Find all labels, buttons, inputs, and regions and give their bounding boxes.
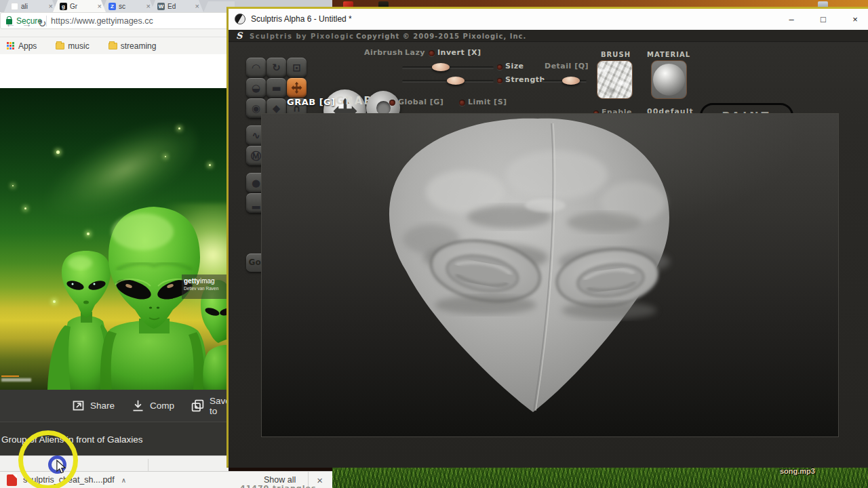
show-all-button[interactable]: Show all <box>252 475 308 485</box>
tool-flatten-button[interactable]: ▬ <box>267 78 286 98</box>
bookmark-streaming[interactable]: streaming <box>121 41 157 51</box>
screen: ↗ ↗ song.mp3 Gali×gGr×Zsc×WEd× ← → ↻ Sec… <box>0 0 868 488</box>
airbrush-label[interactable]: Airbrush <box>364 48 403 57</box>
getty-action-bar: Share Comp Save to <box>0 390 229 422</box>
share-label[interactable]: Share <box>90 401 115 411</box>
minimize-button[interactable]: – <box>781 12 802 27</box>
tab-Gr[interactable]: gGr× <box>53 0 106 12</box>
apps-label[interactable]: Apps <box>18 41 37 51</box>
strength-label: Strength <box>505 75 545 84</box>
sculpted-alien-head <box>262 114 840 438</box>
global-radio[interactable] <box>389 100 395 106</box>
sculptris-main-area: ◠↻⊡◒▬◉◆∩∿×⊞ⓂW↔●▲ OBJ▼ OBJ▂▤▥ GoZ GRAB [G… <box>229 42 868 468</box>
new-sphere-icon: ● <box>252 180 260 186</box>
size-label: Size <box>505 62 524 70</box>
close-button[interactable]: × <box>845 12 865 27</box>
invert-radio[interactable] <box>429 50 435 56</box>
folder-icon <box>108 43 117 49</box>
size-dot[interactable] <box>497 64 502 70</box>
material-sphere <box>653 64 685 96</box>
image-credit-marks <box>1 375 42 382</box>
strength-slider-thumb[interactable] <box>447 77 465 85</box>
flatten-icon: ▬ <box>271 85 281 91</box>
folder-icon <box>56 43 64 49</box>
tab-ali[interactable]: Gali× <box>4 0 57 12</box>
tab-close-icon[interactable]: × <box>98 2 102 10</box>
lazy-label[interactable]: Lazy <box>405 48 425 57</box>
sculptris-title-bar[interactable]: Sculptris Alpha 6 - Untitled * – □ × <box>229 9 868 30</box>
sculptris-brand: Sculptris by Pixologic <box>250 33 354 40</box>
global-label[interactable]: Global [G] <box>398 98 443 106</box>
invert-label[interactable]: Invert [X] <box>437 48 481 57</box>
strength-slider[interactable] <box>402 80 494 82</box>
material-sphere-thumbnail[interactable] <box>651 60 687 99</box>
tab-sc[interactable]: Zsc× <box>102 0 155 12</box>
wordpress-favicon: W <box>157 3 165 10</box>
brush-panel-title: BRUSH <box>601 51 631 58</box>
tool-grab-button[interactable] <box>287 78 307 98</box>
tab-label: Ed <box>167 3 193 10</box>
reload-icon[interactable]: ↻ <box>38 18 47 30</box>
comp-label[interactable]: Comp <box>150 401 174 411</box>
bookmark-music[interactable]: music <box>68 41 89 51</box>
tab-label: sc <box>119 3 144 10</box>
z-favicon: Z <box>108 3 116 10</box>
crease-icon: ◠ <box>252 65 260 70</box>
aliens-illustration <box>0 88 229 390</box>
mask-icon: Ⓜ <box>251 153 261 159</box>
getty-favicon: g <box>60 3 67 10</box>
triangle-count-status: 41470 triangles <box>240 484 316 488</box>
forward-icon[interactable]: → <box>22 18 32 29</box>
click-highlight-ring <box>18 430 78 488</box>
tab-close-icon[interactable]: × <box>49 2 53 10</box>
tab-label: Gr <box>70 3 95 10</box>
copyright-text: Copyright © 2009-2015 Pixologic, Inc. <box>356 33 526 40</box>
sculptris-header-bar: S Sculptris by Pixologic Copyright © 200… <box>229 30 868 42</box>
save-to-board-icon[interactable] <box>191 399 205 413</box>
getty-watermark: gettyimag Detlev van Raven <box>182 274 229 299</box>
inflate-icon: ◉ <box>252 106 260 111</box>
sculptris-window: Sculptris Alpha 6 - Untitled * – □ × S S… <box>226 7 868 468</box>
share-icon[interactable] <box>71 399 85 413</box>
sculptris-app-icon <box>235 14 245 24</box>
tab-label: ali <box>21 3 46 10</box>
download-comp-icon[interactable] <box>131 399 145 413</box>
url-text[interactable]: https://www.gettyimages.cc <box>51 16 153 26</box>
detail-label: Detail [Q] <box>545 62 589 70</box>
tool-scale-button[interactable]: ⊡ <box>287 58 307 77</box>
pdf-file-icon <box>7 474 17 486</box>
material-panel-title: MATERIAL <box>647 51 690 58</box>
reduce-brush-icon: ∿ <box>252 133 260 138</box>
chevron-up-icon[interactable]: ∧ <box>121 476 126 484</box>
tool-tooltip: GRAB [G] <box>287 97 336 107</box>
detail-slider[interactable] <box>542 80 587 82</box>
rotate-icon: ↻ <box>272 65 281 70</box>
alien-artwork-image[interactable]: gettyimag Detlev van Raven <box>0 88 229 390</box>
mouse-cursor <box>56 460 66 474</box>
tool-rotate-button[interactable]: ↻ <box>267 58 286 77</box>
strength-dot[interactable] <box>497 78 502 83</box>
pinch-icon: ◆ <box>273 106 281 111</box>
lock-icon <box>6 19 12 24</box>
detail-slider-thumb[interactable] <box>562 77 580 85</box>
scale-icon: ⊡ <box>292 65 301 70</box>
tab-Ed[interactable]: WEd× <box>151 0 203 12</box>
sculptris-logo: S <box>236 30 242 41</box>
new-plane-icon: ▂ <box>252 201 260 206</box>
tab-close-icon[interactable]: × <box>195 2 199 10</box>
tool-crease-button[interactable]: ◠ <box>246 58 266 77</box>
tool-draw-button[interactable]: ◒ <box>246 78 266 98</box>
size-slider-thumb[interactable] <box>432 63 450 71</box>
sculpt-viewport[interactable] <box>261 113 839 437</box>
window-title: Sculptris Alpha 6 - Untitled * <box>251 14 352 24</box>
maximize-button[interactable]: □ <box>813 12 833 27</box>
limit-label[interactable]: Limit [S] <box>468 98 507 106</box>
google-favicon: G <box>11 3 18 10</box>
brush-texture-thumbnail[interactable] <box>597 60 633 99</box>
watermark-credit: Detlev van Raven <box>184 286 226 291</box>
apps-grid-icon[interactable] <box>7 42 14 49</box>
tab-close-icon[interactable]: × <box>146 2 151 10</box>
size-slider[interactable] <box>402 66 494 68</box>
limit-radio[interactable] <box>459 100 465 106</box>
desktop-file-song[interactable]: song.mp3 <box>780 467 815 475</box>
